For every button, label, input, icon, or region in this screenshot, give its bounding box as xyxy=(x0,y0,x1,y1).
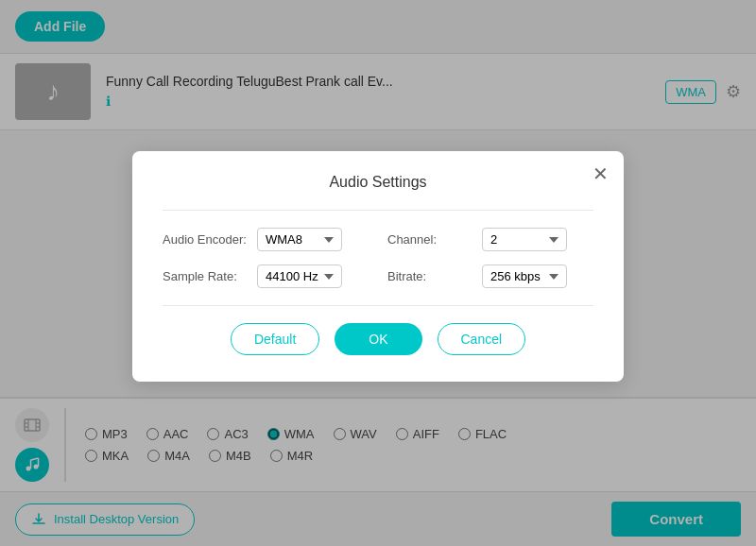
bitrate-row: Bitrate: 128 kbps 192 kbps 256 kbps 320 … xyxy=(387,264,593,288)
modal-divider2 xyxy=(163,305,593,306)
modal-divider xyxy=(163,210,593,211)
bitrate-select[interactable]: 128 kbps 192 kbps 256 kbps 320 kbps xyxy=(482,264,567,288)
sample-rate-select[interactable]: 22050 Hz 44100 Hz 48000 Hz xyxy=(257,264,342,288)
audio-encoder-row: Audio Encoder: WMA8 WMA WMA Pro xyxy=(163,228,369,251)
cancel-button[interactable]: Cancel xyxy=(438,323,526,355)
channel-select[interactable]: 1 2 xyxy=(482,228,567,251)
channel-row: Channel: 1 2 xyxy=(387,228,593,251)
modal-overlay: ✕ Audio Settings Audio Encoder: WMA8 WMA… xyxy=(0,0,756,546)
sample-rate-label: Sample Rate: xyxy=(163,269,248,283)
audio-encoder-select[interactable]: WMA8 WMA WMA Pro xyxy=(257,228,342,251)
channel-label: Channel: xyxy=(387,232,472,247)
modal-title: Audio Settings xyxy=(163,174,593,191)
modal-form: Audio Encoder: WMA8 WMA WMA Pro Channel:… xyxy=(163,228,593,288)
modal-close-button[interactable]: ✕ xyxy=(593,162,609,185)
audio-settings-modal: ✕ Audio Settings Audio Encoder: WMA8 WMA… xyxy=(132,151,624,382)
ok-button[interactable]: OK xyxy=(335,323,421,355)
bitrate-label: Bitrate: xyxy=(387,269,472,283)
modal-buttons: Default OK Cancel xyxy=(163,323,593,355)
default-button[interactable]: Default xyxy=(231,323,319,355)
audio-encoder-label: Audio Encoder: xyxy=(163,232,248,247)
sample-rate-row: Sample Rate: 22050 Hz 44100 Hz 48000 Hz xyxy=(163,264,369,288)
